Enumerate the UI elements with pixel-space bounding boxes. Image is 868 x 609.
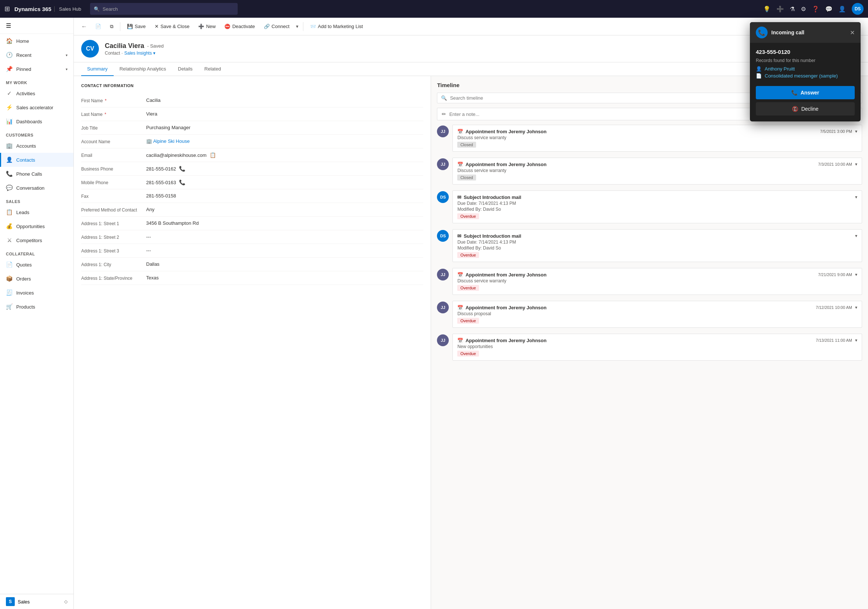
sidebar-item-conversation[interactable]: 💬 Conversation	[0, 181, 73, 195]
sidebar-item-pinned[interactable]: 📌 Pinned ▾	[0, 62, 73, 76]
sidebar-item-orders[interactable]: 📦 Orders	[0, 272, 73, 286]
timeline-content: 📅 Appointment from Jeremy JohnsonDiscuss…	[453, 301, 862, 328]
field-row: Emailcacilia@alpineskihouse.com📋	[81, 148, 423, 162]
timeline-expand-icon[interactable]: ▾	[855, 129, 857, 134]
record-enriched-link[interactable]: Sales Insights ▾	[124, 51, 156, 56]
field-row: Address 1: State/ProvinceTexas	[81, 271, 423, 285]
decline-button[interactable]: 📵 Decline	[756, 102, 855, 116]
sidebar-item-opportunities[interactable]: 💰 Opportunities	[0, 219, 73, 233]
timeline-expand-icon[interactable]: ▾	[855, 338, 857, 343]
section-customers: Customers	[0, 129, 73, 139]
lightbulb-icon[interactable]: 💡	[763, 6, 770, 12]
timeline-date: 7/5/2021 3:00 PM	[820, 129, 852, 133]
back-button[interactable]: ←	[78, 21, 90, 32]
sidebar-item-phone-calls[interactable]: 📞 Phone Calls	[0, 167, 73, 181]
sidebar-item-home[interactable]: 🏠 Home	[0, 34, 73, 48]
popup-title: Incoming call	[771, 29, 804, 36]
answer-phone-icon: 📞	[791, 90, 798, 96]
timeline-item-subtitle: Due Date: 7/14/2021 4:13 PM	[457, 201, 521, 206]
new-label: New	[206, 23, 215, 29]
status-badge: Overdue	[457, 351, 479, 356]
sidebar-item-quotes[interactable]: 📄 Quotes	[0, 258, 73, 272]
timeline-expand-icon[interactable]: ▾	[855, 305, 857, 310]
sidebar-label-pinned: Pinned	[16, 67, 62, 72]
field-value: ---	[146, 248, 423, 253]
phone-call-icon[interactable]: 📞	[179, 166, 185, 172]
status-badge: Overdue	[457, 252, 479, 258]
timeline-type-icon: 📅	[457, 162, 463, 167]
search-input[interactable]	[102, 6, 234, 12]
sidebar-item-contacts[interactable]: 👤 Contacts	[0, 153, 73, 167]
field-label: Last Name *	[81, 111, 140, 117]
filter-icon[interactable]: ⚗	[790, 6, 795, 12]
record-type: Contact	[105, 51, 120, 56]
sidebar-item-competitors[interactable]: ⚔ Competitors	[0, 233, 73, 247]
plus-icon[interactable]: ➕	[777, 6, 784, 12]
chat-icon[interactable]: 💬	[825, 6, 832, 12]
save-button[interactable]: 💾 Save	[123, 22, 149, 31]
sidebar-item-sales-bottom[interactable]: S Sales ◇	[0, 594, 73, 609]
sidebar-item-accounts[interactable]: 🏢 Accounts	[0, 139, 73, 153]
section-collateral: Collateral	[0, 247, 73, 258]
timeline-type-icon: 📅	[457, 338, 463, 343]
popup-record-anthony[interactable]: 👤 Anthony Pruitt	[756, 66, 855, 71]
user-icon[interactable]: 👤	[839, 6, 846, 12]
sidebar-item-sales-accelerator[interactable]: ⚡ Sales accelerator	[0, 101, 73, 115]
tab-relationship[interactable]: Relationship Analytics	[114, 62, 172, 76]
new-button[interactable]: ➕ New	[194, 22, 219, 31]
connect-icon: 🔗	[264, 23, 270, 29]
popup-record-consolidated[interactable]: 📄 Consolidated messenger (sample)	[756, 73, 855, 79]
toolbar-more-dropdown[interactable]: ▾	[294, 22, 300, 31]
timeline-expand-icon[interactable]: ▾	[855, 162, 857, 167]
save-close-button[interactable]: ✕ Save & Close	[151, 22, 194, 31]
orders-icon: 📦	[6, 275, 12, 282]
timeline-expand-icon[interactable]: ▾	[855, 272, 857, 277]
sidebar-item-recent[interactable]: 🕐 Recent ▾	[0, 48, 73, 62]
settings-icon[interactable]: ⚙	[801, 6, 806, 12]
contacts-icon: 👤	[6, 157, 12, 163]
page-icon-btn[interactable]: 📄	[91, 22, 105, 31]
leads-icon: 📋	[6, 209, 12, 215]
timeline-item-subtitle: New opportunities	[457, 344, 547, 349]
phone-call-icon[interactable]: 📞	[179, 180, 185, 185]
field-value: Cacilia	[146, 98, 423, 103]
toolbar-divider-1	[120, 22, 120, 31]
account-link[interactable]: 🏢 Alpine Ski House	[146, 138, 190, 144]
timeline-expand-icon[interactable]: ▾	[855, 233, 857, 239]
help-icon[interactable]: ❓	[812, 6, 819, 12]
tab-related[interactable]: Related	[198, 62, 227, 76]
popup-record-consolidated-label: Consolidated messenger (sample)	[765, 73, 838, 79]
record-meta: Contact · Sales Insights ▾	[105, 51, 164, 56]
field-value: cacilia@alpineskihouse.com📋	[146, 152, 423, 158]
timeline-avatar: DS	[437, 191, 449, 203]
timeline-expand-icon[interactable]: ▾	[855, 195, 857, 200]
deactivate-button[interactable]: ⛔ Deactivate	[221, 22, 258, 31]
field-label: Business Phone	[81, 166, 140, 172]
field-label: Email	[81, 152, 140, 158]
sidebar-item-invoices[interactable]: 🧾 Invoices	[0, 286, 73, 300]
sidebar-item-products[interactable]: 🛒 Products	[0, 300, 73, 314]
sidebar-item-leads[interactable]: 📋 Leads	[0, 205, 73, 219]
tab-details[interactable]: Details	[172, 62, 198, 76]
sidebar-item-activities[interactable]: ✓ Activities	[0, 86, 73, 101]
sidebar-item-dashboards[interactable]: 📊 Dashboards	[0, 115, 73, 129]
field-label: Preferred Method of Contact	[81, 207, 140, 212]
duplicate-btn[interactable]: ⧉	[106, 22, 117, 32]
sidebar-label-opportunities: Opportunities	[16, 224, 68, 229]
answer-button[interactable]: 📞 Answer	[756, 86, 855, 99]
timeline-content: 📅 Appointment from Jeremy JohnsonDiscuss…	[453, 125, 862, 152]
chevron-down-icon: ▾	[66, 53, 68, 57]
popup-close-button[interactable]: ✕	[850, 29, 855, 36]
search-bar[interactable]: 🔍	[90, 3, 238, 15]
grid-menu-icon[interactable]: ⊞	[5, 5, 10, 13]
add-marketing-button[interactable]: 📨 Add to Marketing List	[306, 22, 366, 31]
tab-summary[interactable]: Summary	[81, 62, 114, 76]
sidebar-collapse-btn[interactable]: ☰	[0, 18, 73, 34]
sidebar-label-conversation: Conversation	[16, 185, 68, 191]
timeline-content: ✉ Subject Introduction mailDue Date: 7/1…	[453, 229, 862, 262]
user-avatar[interactable]: DS	[852, 3, 863, 15]
connect-button[interactable]: 🔗 Connect	[260, 22, 293, 31]
email-copy-icon[interactable]: 📋	[209, 152, 216, 158]
timeline-type-icon: 📅	[457, 272, 463, 277]
popup-records-label: Records found for this number	[756, 58, 855, 63]
